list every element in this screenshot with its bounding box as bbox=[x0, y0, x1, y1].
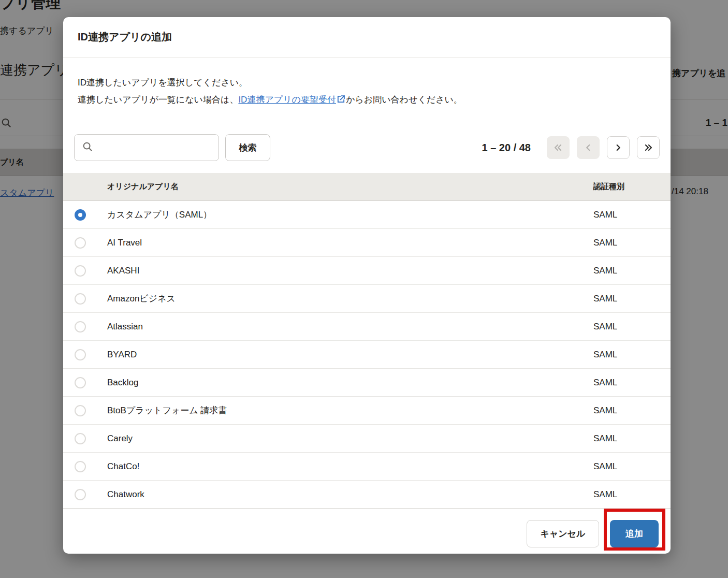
table-row[interactable]: Amazonビジネス SAML bbox=[63, 285, 671, 313]
description-line1: ID連携したいアプリを選択してください。 bbox=[78, 78, 247, 88]
table-header-row: オリジナルアプリ名 認証種別 bbox=[63, 173, 671, 201]
auth-type: SAML bbox=[593, 294, 671, 304]
pagination-range-label: 1 – 20 / 48 bbox=[482, 142, 531, 154]
table-row[interactable]: BtoBプラットフォーム 請求書 SAML bbox=[63, 397, 671, 425]
radio-button[interactable] bbox=[75, 377, 86, 388]
modal-description: ID連携したいアプリを選択してください。 連携したいアプリが一覧にない場合は、I… bbox=[78, 74, 656, 109]
table-row[interactable]: AI Travel SAML bbox=[63, 229, 671, 257]
radio-button[interactable] bbox=[75, 321, 86, 333]
next-page-button[interactable] bbox=[607, 136, 630, 159]
radio-button[interactable] bbox=[75, 293, 86, 305]
radio-button[interactable] bbox=[75, 265, 86, 277]
double-chevron-right-icon bbox=[643, 142, 654, 153]
search-input[interactable] bbox=[98, 142, 212, 153]
auth-type: SAML bbox=[593, 266, 671, 276]
auth-type: SAML bbox=[593, 433, 671, 444]
table-row[interactable]: Atlassian SAML bbox=[63, 313, 671, 341]
app-name: AKASHI bbox=[107, 266, 593, 276]
modal-toolbar: 検索 1 – 20 / 48 bbox=[74, 134, 660, 161]
add-id-app-modal: ID連携アプリの追加 ID連携したいアプリを選択してください。 連携したいアプリ… bbox=[63, 17, 671, 554]
description-line2-suffix: からお問い合わせください。 bbox=[346, 95, 462, 105]
search-field[interactable] bbox=[74, 134, 219, 161]
chevron-left-icon bbox=[583, 142, 594, 153]
table-row[interactable]: BYARD SAML bbox=[63, 341, 671, 369]
search-button[interactable]: 検索 bbox=[225, 134, 270, 161]
auth-type: SAML bbox=[593, 350, 671, 360]
modal-title: ID連携アプリの追加 bbox=[78, 30, 172, 44]
search-icon bbox=[82, 141, 93, 154]
app-name: Backlog bbox=[107, 378, 593, 388]
table-row[interactable]: Backlog SAML bbox=[63, 369, 671, 397]
auth-type: SAML bbox=[593, 238, 671, 248]
auth-type: SAML bbox=[593, 210, 671, 220]
radio-button[interactable] bbox=[75, 349, 86, 360]
app-name: Carely bbox=[107, 433, 593, 444]
table-row[interactable]: ChatCo! SAML bbox=[63, 453, 671, 481]
modal-footer: キャンセル 追加 bbox=[63, 509, 671, 554]
auth-type: SAML bbox=[593, 406, 671, 416]
radio-button[interactable] bbox=[75, 461, 86, 472]
radio-button[interactable] bbox=[75, 405, 86, 416]
app-name: AI Travel bbox=[107, 238, 593, 248]
external-link-icon bbox=[337, 92, 345, 109]
last-page-button[interactable] bbox=[637, 136, 660, 159]
auth-type: SAML bbox=[593, 378, 671, 388]
description-line2-prefix: 連携したいアプリが一覧にない場合は、 bbox=[78, 95, 238, 105]
radio-button[interactable] bbox=[75, 433, 86, 444]
first-page-button[interactable] bbox=[547, 136, 570, 159]
table-row[interactable]: Chatwork SAML bbox=[63, 481, 671, 509]
app-name: BYARD bbox=[107, 350, 593, 360]
app-name: Atlassian bbox=[107, 322, 593, 332]
app-name: Chatwork bbox=[107, 489, 593, 500]
table-row[interactable]: Carely SAML bbox=[63, 425, 671, 453]
app-name: ChatCo! bbox=[107, 461, 593, 472]
table-row[interactable]: AKASHI SAML bbox=[63, 257, 671, 285]
auth-type: SAML bbox=[593, 461, 671, 472]
auth-type: SAML bbox=[593, 322, 671, 332]
column-auth-type: 認証種別 bbox=[593, 182, 671, 192]
double-chevron-left-icon bbox=[552, 142, 564, 153]
auth-type: SAML bbox=[593, 489, 671, 500]
request-form-link[interactable]: ID連携アプリの要望受付 bbox=[238, 95, 336, 105]
radio-button[interactable] bbox=[75, 237, 86, 249]
app-name: カスタムアプリ（SAML） bbox=[107, 209, 593, 221]
pagination: 1 – 20 / 48 bbox=[482, 136, 660, 159]
app-name: Amazonビジネス bbox=[107, 293, 593, 305]
radio-button[interactable] bbox=[75, 489, 86, 500]
chevron-right-icon bbox=[613, 142, 624, 153]
radio-button-selected[interactable] bbox=[75, 209, 86, 221]
column-app-name: オリジナルアプリ名 bbox=[107, 182, 593, 192]
app-name: BtoBプラットフォーム 請求書 bbox=[107, 404, 593, 416]
previous-page-button[interactable] bbox=[577, 136, 600, 159]
add-button[interactable]: 追加 bbox=[610, 520, 659, 547]
app-table: オリジナルアプリ名 認証種別 カスタムアプリ（SAML） SAML AI Tra… bbox=[63, 173, 671, 509]
cancel-button[interactable]: キャンセル bbox=[527, 520, 599, 547]
table-row[interactable]: カスタムアプリ（SAML） SAML bbox=[63, 201, 671, 229]
modal-header: ID連携アプリの追加 bbox=[63, 17, 671, 57]
